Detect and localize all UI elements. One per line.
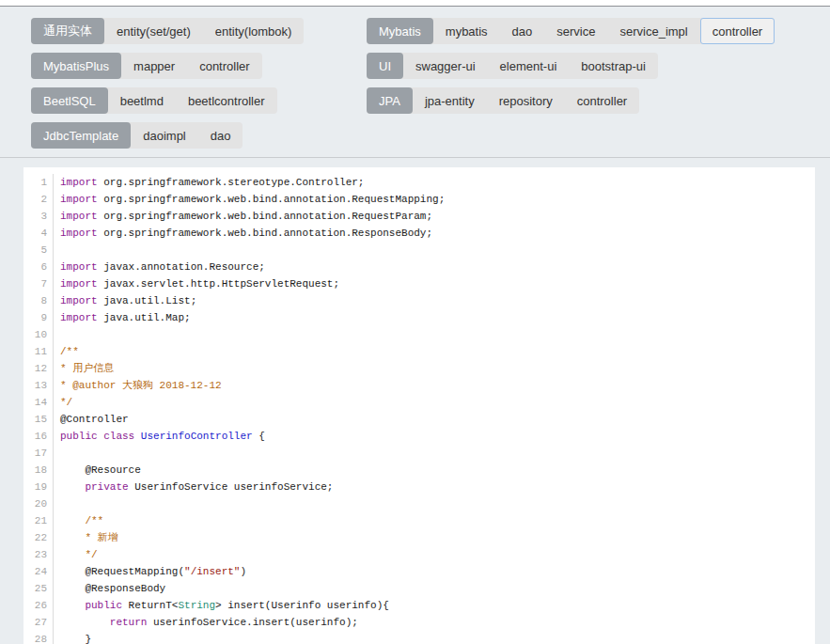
code-text: import org.springframework.stereotype.Co… — [54, 174, 364, 191]
code-segment: */ — [60, 549, 98, 560]
code-content: 1import org.springframework.stereotype.C… — [23, 174, 815, 644]
code-line: 21 /** — [23, 512, 815, 529]
button-group-mybatisplus: MybatisPlusmappercontroller — [31, 53, 262, 79]
group-row: MybatisPlusmappercontroller — [31, 53, 367, 79]
group-row: BeetlSQLbeetlmdbeetlcontroller — [31, 87, 367, 114]
code-segment: org.springframework.web.bind.annotation.… — [98, 194, 446, 205]
code-line: 12* 用户信息 — [23, 360, 815, 377]
code-segment: java.util.List; — [98, 295, 197, 306]
group-label-mybatisplus: MybatisPlus — [31, 53, 121, 79]
code-segment: * 新增 — [60, 532, 118, 543]
code-segment: userinfoService.insert(userinfo); — [147, 617, 357, 628]
code-segment — [60, 617, 110, 628]
code-text — [54, 495, 60, 512]
code-segment: ReturnT< — [122, 600, 178, 611]
tab-ui-swagger-ui[interactable]: swagger-ui — [403, 53, 488, 79]
button-group-jdbctemplate: JdbcTemplatedaoimpldao — [31, 122, 243, 149]
code-text: import org.springframework.web.bind.anno… — [54, 208, 432, 225]
line-number: 22 — [23, 529, 54, 546]
tab-mybatis-mybatis[interactable]: mybatis — [433, 18, 500, 44]
line-number: 15 — [23, 411, 54, 428]
code-line: 4import org.springframework.web.bind.ann… — [23, 225, 815, 242]
code-segment: return — [110, 617, 148, 628]
tab-mybatis-controller[interactable]: controller — [700, 18, 775, 44]
code-segment: java.util.Map; — [98, 312, 191, 323]
code-line: 20 — [23, 495, 815, 512]
code-segment: * 用户信息 — [60, 363, 114, 374]
tab-mybatis-service[interactable]: service — [544, 18, 607, 44]
line-number: 20 — [23, 495, 54, 512]
tab-mybatisplus-controller[interactable]: controller — [187, 53, 261, 79]
code-segment: */ — [60, 397, 72, 408]
code-text: */ — [54, 394, 72, 411]
code-line: 15@Controller — [23, 411, 815, 428]
code-segment: String — [178, 600, 215, 611]
code-segment: public — [85, 600, 122, 611]
code-text: @ResponseBody — [54, 580, 165, 597]
tab-mybatisplus-mapper[interactable]: mapper — [121, 53, 187, 79]
code-segment: class — [103, 431, 134, 442]
code-segment: org.springframework.web.bind.annotation.… — [98, 228, 432, 239]
button-group-beetlsql: BeetlSQLbeetlmdbeetlcontroller — [31, 87, 277, 114]
button-group-mybatis: Mybatismybatisdaoserviceservice_implcont… — [367, 18, 775, 44]
line-number: 10 — [23, 326, 54, 343]
tab-jpa-controller[interactable]: controller — [565, 87, 639, 114]
code-segment: org.springframework.web.bind.annotation.… — [98, 211, 432, 222]
group-row: Mybatismybatisdaoserviceservice_implcont… — [367, 18, 830, 44]
code-text: @RequestMapping("/insert") — [54, 563, 246, 580]
code-panel[interactable]: 1import org.springframework.stereotype.C… — [23, 167, 815, 644]
code-segment: { — [253, 431, 265, 442]
code-line: 1import org.springframework.stereotype.C… — [23, 174, 815, 191]
line-number: 5 — [23, 242, 54, 259]
code-segment: ) — [240, 566, 246, 577]
code-segment: * @author 大狼狗 2018-12-12 — [60, 380, 222, 391]
line-number: 19 — [23, 479, 54, 495]
code-segment: import — [60, 295, 98, 306]
code-text: import org.springframework.web.bind.anno… — [54, 191, 445, 208]
code-text — [54, 445, 60, 462]
tab-通用实体-entity-lombok[interactable]: entity(lombok) — [203, 18, 305, 44]
tab-mybatis-service-impl[interactable]: service_impl — [607, 18, 699, 44]
group-row: UIswagger-uielement-uibootstrap-ui — [367, 53, 830, 79]
tab-jpa-jpa-entity[interactable]: jpa-entity — [413, 87, 487, 114]
code-segment: > insert(Userinfo userinfo){ — [215, 600, 389, 611]
code-segment: import — [60, 228, 98, 239]
line-number: 3 — [23, 208, 54, 225]
tab-ui-element-ui[interactable]: element-ui — [488, 53, 570, 79]
code-text: import javax.annotation.Resource; — [54, 259, 265, 275]
line-number: 12 — [23, 360, 54, 377]
generator-groups-right: Mybatismybatisdaoserviceservice_implcont… — [367, 18, 830, 157]
code-text: public class UserinfoController { — [54, 428, 265, 445]
line-number: 26 — [23, 597, 54, 614]
code-line: 17 — [23, 445, 815, 462]
code-segment: import — [60, 211, 98, 222]
tab-jpa-repository[interactable]: repository — [487, 87, 565, 114]
line-number: 13 — [23, 377, 54, 394]
tab-ui-bootstrap-ui[interactable]: bootstrap-ui — [569, 53, 658, 79]
code-text — [54, 242, 60, 259]
top-window-strip — [0, 0, 830, 7]
code-segment: org.springframework.stereotype.Controlle… — [98, 177, 365, 188]
button-group-jpa: JPAjpa-entityrepositorycontroller — [367, 87, 639, 114]
code-line: 19 private UserinfoService userinfoServi… — [23, 479, 815, 495]
tab-jdbctemplate-daoimpl[interactable]: daoimpl — [131, 122, 198, 149]
code-line: 18 @Resource — [23, 462, 815, 479]
tab-mybatis-dao[interactable]: dao — [500, 18, 545, 44]
code-line: 11/** — [23, 343, 815, 360]
code-segment: UserinfoService userinfoService; — [129, 481, 334, 493]
code-segment: /** — [60, 515, 103, 526]
line-number: 18 — [23, 462, 54, 479]
line-number: 23 — [23, 546, 54, 563]
line-number: 28 — [23, 631, 54, 644]
code-line: 6import javax.annotation.Resource; — [23, 259, 815, 275]
code-segment: import — [60, 194, 98, 205]
code-line: 3import org.springframework.web.bind.ann… — [23, 208, 815, 225]
group-row: JdbcTemplatedaoimpldao — [31, 122, 367, 149]
tab-beetlsql-beetlcontroller[interactable]: beetlcontroller — [176, 87, 277, 114]
tab-beetlsql-beetlmd[interactable]: beetlmd — [108, 87, 176, 114]
code-line: 10 — [23, 326, 815, 343]
tab-通用实体-entity-set-get[interactable]: entity(set/get) — [104, 18, 203, 44]
code-line: 2import org.springframework.web.bind.ann… — [23, 191, 815, 208]
code-segment — [60, 600, 85, 611]
tab-jdbctemplate-dao[interactable]: dao — [198, 122, 243, 149]
